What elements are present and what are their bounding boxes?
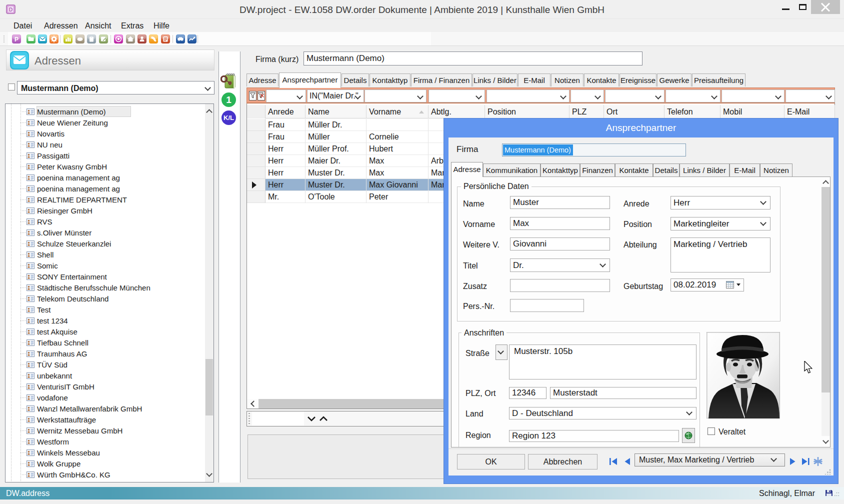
svg-text:P: P [14, 36, 18, 43]
